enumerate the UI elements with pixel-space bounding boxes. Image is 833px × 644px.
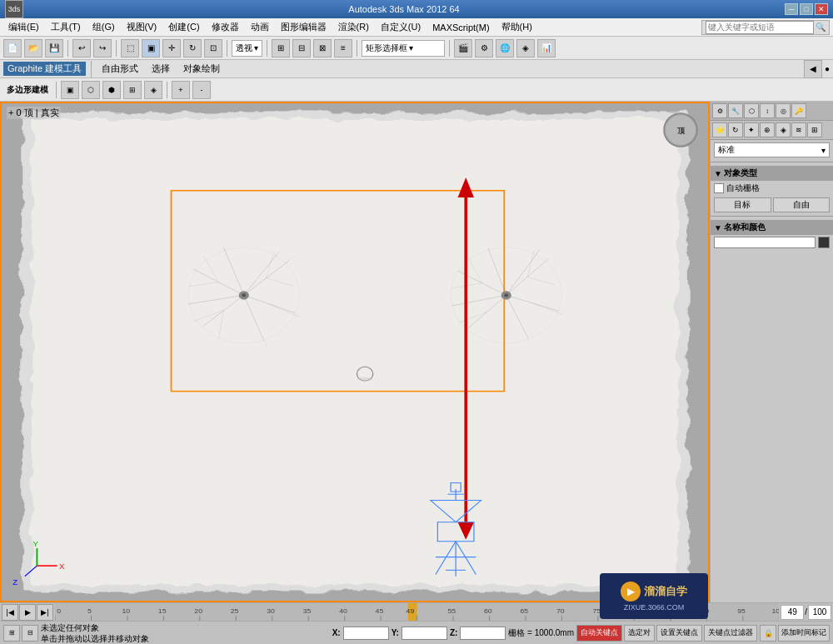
search-area[interactable]: 🔍 — [701, 20, 830, 35]
new-button[interactable]: 📄 — [3, 39, 22, 57]
frame-input[interactable] — [781, 605, 804, 620]
move-button[interactable]: ✛ — [162, 39, 181, 57]
sub-btn6[interactable]: + — [172, 81, 190, 99]
open-button[interactable]: 📂 — [24, 39, 42, 57]
rp-tool4[interactable]: ⊕ — [760, 122, 775, 137]
object-type-header[interactable]: ▼ 对象类型 — [711, 166, 833, 181]
name-color-header[interactable]: ▼ 名称和颜色 — [711, 220, 833, 235]
rp-tool5[interactable]: ◈ — [776, 122, 791, 137]
watermark: ▶ 溜溜自学 ZIXUE.3066.COM — [600, 573, 708, 619]
render2-button[interactable]: ⚙ — [475, 39, 493, 57]
sub-btn1[interactable]: ▣ — [61, 81, 79, 99]
window-controls[interactable]: ─ □ ✕ — [785, 3, 828, 15]
rp-tool7[interactable]: ⊞ — [807, 122, 822, 137]
sub-btn7[interactable]: - — [192, 81, 211, 99]
menu-customize[interactable]: 自定义(U) — [376, 19, 426, 35]
selection-dropdown[interactable]: 矩形选择框 ▾ — [362, 40, 445, 57]
rp-tool1[interactable]: ⭐ — [712, 122, 727, 137]
menu-view[interactable]: 视图(V) — [122, 19, 162, 35]
snap-icon[interactable]: 🔒 — [760, 625, 776, 642]
x-input[interactable] — [343, 627, 389, 640]
sub-btn4[interactable]: ⊞ — [123, 81, 142, 99]
menu-group[interactable]: 组(G) — [87, 19, 120, 35]
status-btn2[interactable]: ⊟ — [22, 625, 38, 642]
menu-graph-editor[interactable]: 图形编辑器 — [276, 19, 332, 35]
redo-button[interactable]: ↪ — [93, 39, 112, 57]
search-icon: 🔍 — [816, 22, 826, 32]
menu-render[interactable]: 渲染(R) — [333, 19, 374, 35]
watermark-icon: ▶ — [621, 582, 641, 602]
sub-btn3[interactable]: ⬢ — [102, 81, 121, 99]
view-dropdown-icon: ▾ — [254, 43, 258, 52]
rp-tool6[interactable]: ≋ — [791, 122, 806, 137]
close-button[interactable]: ✕ — [815, 3, 828, 15]
free-button[interactable]: 自由 — [773, 197, 831, 212]
menu-tools[interactable]: 工具(T) — [46, 19, 86, 35]
separator6 — [449, 40, 450, 57]
color-swatch[interactable] — [818, 237, 830, 248]
material-button[interactable]: ◈ — [516, 39, 535, 57]
sub-btn2[interactable]: ⬡ — [82, 81, 100, 99]
auto-grid-checkbox[interactable] — [714, 183, 724, 193]
view-dropdown[interactable]: 透视 ▾ — [232, 40, 262, 57]
select-region-button[interactable]: ▣ — [142, 39, 160, 57]
graphite-label[interactable]: Graphite 建模工具 — [3, 62, 86, 76]
graphite-btn1[interactable]: ◀ — [804, 60, 822, 78]
render-button[interactable]: 🎬 — [454, 39, 472, 57]
menu-help[interactable]: 帮助(H) — [496, 19, 537, 35]
layer-button[interactable]: ≡ — [334, 39, 352, 57]
graphite-select[interactable]: 选择 — [147, 61, 175, 77]
curve-button[interactable]: 📊 — [537, 39, 556, 57]
name-input-box[interactable] — [714, 237, 816, 248]
auto-key-button[interactable]: 自动关键点 — [576, 625, 622, 642]
svg-text:60: 60 — [484, 608, 492, 615]
menu-edit[interactable]: 编辑(E) — [3, 19, 44, 35]
search-input[interactable] — [706, 21, 814, 34]
prev-frame-button[interactable]: |◀ — [2, 604, 18, 621]
viewport[interactable]: + 0 顶 | 真实 顶 — [0, 102, 710, 602]
graphite-indicator: ● — [825, 64, 830, 73]
graphite-obj-paint[interactable]: 对象绘制 — [178, 61, 225, 77]
menu-animation[interactable]: 动画 — [246, 19, 274, 35]
align-button[interactable]: ⊟ — [292, 39, 311, 57]
standard-dropdown[interactable]: 标准 ▾ — [714, 142, 830, 157]
sub-btn5[interactable]: ◈ — [144, 81, 162, 99]
tab-hierarchy[interactable]: ⬡ — [744, 103, 759, 118]
add-tag-button[interactable]: 添加时间标记 — [778, 625, 830, 642]
tab-display2[interactable]: ◎ — [776, 103, 791, 118]
total-frames-input[interactable] — [808, 605, 831, 620]
status-btn1[interactable]: ⊞ — [3, 625, 20, 642]
select-key-button[interactable]: 选定对 — [624, 625, 655, 642]
next-frame-button[interactable]: ▶| — [37, 604, 53, 621]
set-key-button[interactable]: 设置关键点 — [656, 625, 702, 642]
tab-motion[interactable]: ↕ — [760, 103, 775, 118]
rp-tool3[interactable]: ✦ — [744, 122, 759, 137]
minimize-button[interactable]: ─ — [785, 3, 798, 15]
mirror-button[interactable]: ⊞ — [272, 39, 290, 57]
rp-tool2[interactable]: ↻ — [728, 122, 743, 137]
scale-button[interactable]: ⊡ — [204, 39, 222, 57]
save-button[interactable]: 💾 — [45, 39, 63, 57]
menu-maxscript[interactable]: MAXScript(M) — [427, 21, 494, 34]
undo-button[interactable]: ↩ — [72, 39, 91, 57]
z-input[interactable] — [460, 627, 506, 640]
tab-modify[interactable]: 🔧 — [728, 103, 743, 118]
y-input[interactable] — [402, 627, 447, 640]
nav-gizmo[interactable]: 顶 — [662, 112, 700, 149]
maximize-button[interactable]: □ — [800, 3, 813, 15]
graphite-freeform[interactable]: 自由形式 — [97, 61, 143, 77]
target-button[interactable]: 目标 — [714, 197, 771, 212]
svg-text:顶: 顶 — [677, 127, 686, 135]
rotate-button[interactable]: ↻ — [183, 39, 202, 57]
tab-utilities[interactable]: 🔑 — [791, 103, 806, 118]
snap-button[interactable]: ⊠ — [313, 39, 332, 57]
menu-create[interactable]: 创建(C) — [163, 19, 204, 35]
collapse-icon: ▼ — [714, 169, 722, 178]
environment-button[interactable]: 🌐 — [496, 39, 514, 57]
menu-modifier[interactable]: 修改器 — [207, 19, 244, 35]
filter-button[interactable]: 关键点过滤器 — [704, 625, 757, 642]
play-button[interactable]: ▶ — [19, 604, 36, 621]
select-button[interactable]: ⬚ — [121, 39, 139, 57]
svg-text:5: 5 — [87, 608, 92, 615]
tab-display[interactable]: ⚙ — [712, 103, 727, 118]
